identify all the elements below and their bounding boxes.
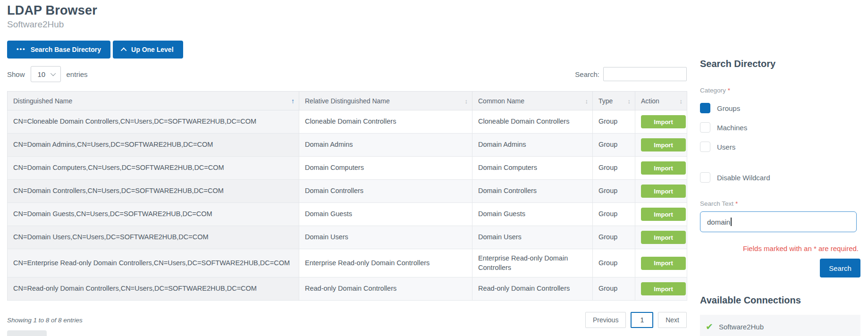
table-row: CN=Enterprise Read-only Domain Controlle…: [8, 249, 687, 277]
connection-name: Software2Hub: [719, 323, 764, 331]
import-button[interactable]: Import: [641, 208, 686, 221]
import-button[interactable]: Import: [641, 231, 686, 244]
search-text-value: domain: [707, 218, 730, 226]
chevron-up-icon: [121, 47, 127, 53]
import-button[interactable]: Import: [641, 138, 686, 151]
category-label: Category*: [700, 87, 860, 94]
relative-distinguished-name-cell: Read-only Domain Controllers: [299, 277, 472, 301]
search-button[interactable]: Search: [820, 259, 860, 277]
page-size-value: 10: [38, 70, 46, 78]
column-header-distinguished-name[interactable]: Distinguished Name ↑: [8, 92, 299, 110]
relative-distinguished-name-cell: Domain Admins: [299, 134, 472, 157]
column-header-relative-distinguished-name[interactable]: Relative Distinguished Name ↕: [299, 92, 472, 110]
relative-distinguished-name-cell: Domain Guests: [299, 203, 472, 226]
pagination: Previous 1 Next: [585, 312, 687, 328]
category-checkbox-label: Machines: [717, 124, 747, 132]
relative-distinguished-name-cell: Enterprise Read-only Domain Controllers: [299, 249, 472, 277]
show-label: Show: [7, 70, 25, 78]
sort-icon: ↕: [465, 97, 468, 104]
page-subtitle: Software2Hub: [7, 19, 687, 30]
category-checkbox-list: GroupsMachinesUsers: [700, 103, 860, 152]
category-checkbox-machines[interactable]: [700, 122, 710, 133]
next-page-button[interactable]: Next: [658, 312, 687, 328]
table-row: CN=Domain Guests,CN=Users,DC=SOFTWARE2HU…: [8, 203, 687, 226]
common-name-cell: Enterprise Read-only Domain Controllers: [472, 249, 593, 277]
page-size-select[interactable]: 10: [31, 66, 61, 82]
relative-distinguished-name-cell: Cloneable Domain Controllers: [299, 110, 472, 134]
table-search-label: Search:: [575, 70, 599, 78]
up-one-level-button[interactable]: Up One Level: [113, 41, 183, 59]
action-cell: Import: [635, 134, 687, 157]
type-cell: Group: [593, 110, 635, 134]
table-controls: Show 10 entries Search:: [7, 66, 687, 82]
distinguished-name-cell: CN=Domain Controllers,CN=Users,DC=SOFTWA…: [8, 180, 299, 203]
up-one-level-label: Up One Level: [131, 46, 173, 53]
column-label: Relative Distinguished Name: [305, 97, 390, 105]
distinguished-name-cell: CN=Enterprise Read-only Domain Controlle…: [8, 249, 299, 277]
common-name-cell: Domain Guests: [472, 203, 593, 226]
column-header-action[interactable]: Action ↕: [635, 92, 687, 110]
relative-distinguished-name-cell: Domain Controllers: [299, 180, 472, 203]
type-cell: Group: [593, 134, 635, 157]
column-header-common-name[interactable]: Common Name ↕: [472, 92, 593, 110]
table-body: CN=Cloneable Domain Controllers,CN=Users…: [8, 110, 687, 301]
distinguished-name-cell: CN=Domain Guests,CN=Users,DC=SOFTWARE2HU…: [8, 203, 299, 226]
ellipsis-icon: •••: [17, 45, 26, 52]
column-label: Type: [598, 97, 613, 105]
import-button[interactable]: Import: [641, 115, 686, 128]
common-name-cell: Domain Admins: [472, 134, 593, 157]
column-label: Common Name: [478, 97, 524, 105]
table-row: CN=Read-only Domain Controllers,CN=Users…: [8, 277, 687, 301]
common-name-cell: Cloneable Domain Controllers: [472, 110, 593, 134]
table-row: CN=Domain Users,CN=Users,DC=SOFTWARE2HUB…: [8, 226, 687, 249]
page-number-button[interactable]: 1: [631, 312, 653, 328]
action-cell: Import: [635, 203, 687, 226]
import-button[interactable]: Import: [641, 185, 686, 198]
relative-distinguished-name-cell: Domain Computers: [299, 157, 472, 180]
chevron-down-icon: [50, 71, 55, 76]
connection-item[interactable]: ✔ Software2Hub: [700, 315, 860, 336]
entries-label: entries: [67, 70, 88, 78]
disable-wildcard-label: Disable Wildcard: [717, 174, 770, 182]
relative-distinguished-name-cell: Domain Users: [299, 226, 472, 249]
search-button-row: Search: [700, 259, 860, 277]
type-cell: Group: [593, 203, 635, 226]
category-checkbox-row-groups[interactable]: Groups: [700, 103, 860, 113]
category-checkbox-users[interactable]: [700, 142, 710, 152]
disable-wildcard-checkbox-row[interactable]: Disable Wildcard: [700, 172, 860, 183]
common-name-cell: Domain Controllers: [472, 180, 593, 203]
main-content: LDAP Browser Software2Hub ••• Search Bas…: [7, 0, 687, 328]
import-button[interactable]: Import: [641, 257, 686, 270]
sort-icon: ↕: [585, 97, 589, 104]
common-name-cell: Domain Users: [472, 226, 593, 249]
connected-check-icon: ✔: [706, 321, 713, 332]
required-asterisk: *: [735, 200, 738, 207]
previous-page-button[interactable]: Previous: [585, 312, 626, 328]
column-label: Action: [641, 97, 659, 105]
disable-wildcard-checkbox[interactable]: [700, 172, 710, 183]
import-button[interactable]: Import: [641, 161, 686, 175]
search-text-label: Search Text*: [700, 200, 860, 207]
table-search-input[interactable]: [603, 67, 687, 81]
action-cell: Import: [635, 277, 687, 301]
import-button[interactable]: Import: [641, 282, 686, 295]
action-cell: Import: [635, 110, 687, 134]
column-label: Distinguished Name: [13, 97, 72, 105]
table-search-control: Search:: [575, 67, 687, 81]
category-checkbox-groups[interactable]: [700, 103, 710, 113]
column-header-type[interactable]: Type ↕: [593, 92, 635, 110]
search-base-directory-label: Search Base Directory: [31, 46, 101, 53]
search-text-input[interactable]: domain: [700, 211, 857, 232]
distinguished-name-cell: CN=Domain Users,CN=Users,DC=SOFTWARE2HUB…: [8, 226, 299, 249]
table-footer: Showing 1 to 8 of 8 entries Previous 1 N…: [7, 312, 687, 328]
search-base-directory-button[interactable]: ••• Search Base Directory: [7, 41, 110, 59]
sort-icon: ↕: [628, 97, 631, 104]
category-checkbox-row-machines[interactable]: Machines: [700, 122, 860, 133]
type-cell: Group: [593, 180, 635, 203]
type-cell: Group: [593, 157, 635, 180]
category-checkbox-row-users[interactable]: Users: [700, 142, 860, 152]
action-cell: Import: [635, 249, 687, 277]
text-cursor: [731, 218, 732, 226]
table-row: CN=Cloneable Domain Controllers,CN=Users…: [8, 110, 687, 134]
clipped-bottom-button[interactable]: [7, 330, 47, 336]
